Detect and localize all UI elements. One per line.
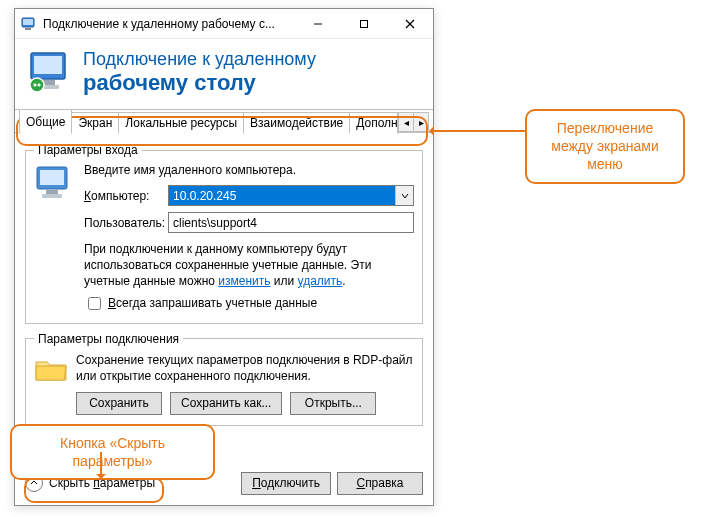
callout-tabs: Переключение между экранами меню — [525, 109, 685, 184]
connection-legend: Параметры подключения — [34, 332, 183, 346]
connection-group: Параметры подключения Сохранение текущих… — [25, 332, 423, 426]
login-group: Параметры входа Введите имя удаленного к… — [25, 143, 423, 324]
user-row: Пользователь: — [84, 212, 414, 233]
maximize-button[interactable] — [341, 9, 387, 38]
svg-point-11 — [30, 78, 44, 92]
computer-label: Компьютер: — [84, 189, 168, 203]
user-label: Пользователь: — [84, 216, 168, 230]
login-prompt: Введите имя удаленного компьютера. — [84, 163, 414, 177]
tab-label: Дополни — [356, 116, 398, 130]
close-button[interactable] — [387, 9, 433, 38]
svg-rect-4 — [361, 20, 368, 27]
connection-text: Сохранение текущих параметров подключени… — [76, 352, 414, 384]
dialog-title-line1: Подключение к удаленному — [83, 49, 316, 71]
always-ask-row: Всегда запрашивать учетные данные — [84, 294, 414, 313]
arrow-to-hide — [100, 452, 102, 476]
rdp-large-icon — [27, 49, 73, 95]
save-as-button[interactable]: Сохранить как... — [170, 392, 282, 415]
credentials-notice: При подключении к данному компьютеру буд… — [84, 241, 414, 290]
minimize-button[interactable] — [295, 9, 341, 38]
user-input[interactable] — [168, 212, 414, 233]
connect-button[interactable]: Подключить — [241, 472, 331, 495]
notice-dot: . — [342, 274, 345, 288]
computer-input[interactable] — [169, 186, 395, 205]
tab-general[interactable]: Общие — [19, 109, 72, 134]
tab-display[interactable]: Экран — [72, 112, 119, 134]
login-fields: Введите имя удаленного компьютера. Компь… — [84, 163, 414, 313]
chevron-down-icon[interactable] — [395, 186, 413, 205]
notice-or: или — [271, 274, 298, 288]
tab-label: Локальные ресурсы — [125, 116, 237, 130]
help-button[interactable]: Справка — [337, 472, 423, 495]
titlebar: Подключение к удаленному рабочему с... — [15, 9, 433, 39]
svg-rect-8 — [34, 56, 62, 74]
tab-panel-general: Параметры входа Введите имя удаленного к… — [15, 133, 433, 444]
tab-bar: Общие Экран Локальные ресурсы Взаимодейс… — [15, 109, 433, 133]
folder-icon — [34, 356, 68, 384]
always-ask-label: Всегда запрашивать учетные данные — [108, 296, 317, 310]
tab-label: Экран — [78, 116, 112, 130]
svg-rect-15 — [42, 194, 62, 198]
connection-buttons: Сохранить Сохранить как... Открыть... — [76, 392, 414, 415]
computer-row: Компьютер: — [84, 185, 414, 206]
login-legend: Параметры входа — [34, 143, 142, 157]
always-ask-checkbox[interactable] — [88, 297, 101, 310]
dialog-header: Подключение к удаленному рабочему столу — [15, 39, 433, 109]
rdp-icon — [21, 16, 37, 32]
svg-rect-13 — [40, 170, 64, 185]
tab-experience[interactable]: Взаимодействие — [244, 112, 350, 134]
tab-advanced[interactable]: Дополни — [350, 112, 398, 134]
open-button[interactable]: Открыть... — [290, 392, 376, 415]
tab-label: Общие — [26, 115, 65, 129]
tab-label: Взаимодействие — [250, 116, 343, 130]
window-controls — [295, 9, 433, 38]
tab-scroll-left[interactable]: ◂ — [398, 112, 414, 132]
link-change[interactable]: изменить — [218, 274, 270, 288]
tab-local-resources[interactable]: Локальные ресурсы — [119, 112, 244, 134]
dialog-title-block: Подключение к удаленному рабочему столу — [83, 49, 316, 95]
window-title: Подключение к удаленному рабочему с... — [43, 17, 295, 31]
computer-icon — [34, 163, 76, 205]
svg-rect-2 — [25, 28, 31, 30]
save-button[interactable]: Сохранить — [76, 392, 162, 415]
arrow-to-tabs — [432, 130, 525, 132]
link-delete[interactable]: удалить — [298, 274, 343, 288]
computer-combo[interactable] — [168, 185, 414, 206]
callout-hide-params: Кнопка «Скрыть параметры» — [10, 424, 215, 480]
svg-rect-1 — [23, 19, 33, 25]
dialog-title-line2: рабочему столу — [83, 71, 316, 95]
svg-rect-14 — [46, 190, 58, 194]
